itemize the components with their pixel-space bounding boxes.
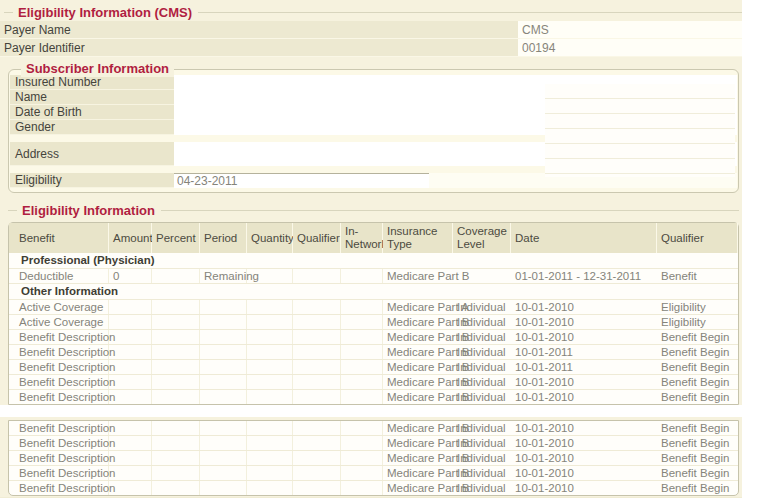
table-row: Benefit DescriptionMedicare Part BIndivi…: [9, 421, 738, 435]
payer-section: Eligibility Information (CMS) Payer Name…: [0, 0, 742, 57]
table-cell: [152, 330, 200, 344]
column-header: Qualifier: [657, 223, 738, 253]
table-cell: Benefit Begin: [657, 436, 738, 450]
table-cell: [200, 390, 247, 404]
table-cell: Medicare Part B: [383, 360, 453, 374]
column-header: Quantity: [247, 223, 293, 253]
table-cell: [247, 345, 293, 359]
subscriber-section-title: Subscriber Information: [21, 61, 174, 77]
table-group-header: Other Information: [9, 284, 738, 299]
table-cell: Benefit Begin: [657, 390, 738, 404]
table-cell: [152, 436, 200, 450]
table-cell: 10-01-2010: [511, 421, 657, 435]
table-cell: Benefit Description: [9, 451, 109, 465]
table-cell: 0: [109, 269, 152, 283]
table-cell: [341, 390, 383, 404]
payer-row-label: Payer Name: [0, 21, 518, 38]
table-cell: [341, 300, 383, 314]
table-cell: Individual: [453, 451, 511, 465]
column-header: Period: [200, 223, 247, 253]
table-cell: [247, 375, 293, 389]
eligibility-page: Eligibility Information (CMS) Payer Name…: [0, 0, 742, 498]
table-cell: [341, 451, 383, 465]
table-cell: [152, 375, 200, 389]
table-cell: [152, 269, 200, 283]
table-cell: Individual: [453, 360, 511, 374]
table-cell: [200, 360, 247, 374]
table-cell: Benefit Description: [9, 390, 109, 404]
table-cell: Benefit Description: [9, 481, 109, 495]
table-cell: 10-01-2011: [511, 345, 657, 359]
table-cell: Medicare Part B: [383, 436, 453, 450]
payer-row-value: 00194: [518, 39, 742, 56]
table-cell: Active Coverage: [9, 300, 109, 314]
column-header: Coverage Level: [453, 223, 511, 253]
table-cell: [247, 436, 293, 450]
table-cell: 10-01-2010: [511, 466, 657, 480]
table-cell: [293, 390, 341, 404]
subscriber-section: Subscriber Information Insured NumberNam…: [8, 69, 739, 193]
table-cell: Individual: [453, 315, 511, 329]
table-cell: [152, 421, 200, 435]
table-cell: Remaining: [200, 269, 247, 283]
table-cell: Individual: [453, 330, 511, 344]
table-cell: 01-01-2011 - 12-31-2011: [511, 269, 657, 283]
column-header: Amount: [109, 223, 152, 253]
table-cell: [200, 330, 247, 344]
table-cell: [152, 481, 200, 495]
table-cell: [293, 345, 341, 359]
table-cell: Medicare Part B: [383, 481, 453, 495]
column-header: Benefit: [9, 223, 109, 253]
table-cell: 10-01-2010: [511, 436, 657, 450]
table-cell: [247, 269, 293, 283]
column-header: Insurance Type: [383, 223, 453, 253]
table-cell: [293, 300, 341, 314]
payer-row: Payer NameCMS: [0, 21, 742, 39]
table-cell: Individual: [453, 300, 511, 314]
table-cell: [247, 390, 293, 404]
table-cell: Benefit Description: [9, 360, 109, 374]
column-header: Qualifier: [293, 223, 341, 253]
column-header: Date: [511, 223, 657, 253]
table-cell: Benefit Begin: [657, 481, 738, 495]
table-cell: [109, 466, 152, 480]
table-cell: Benefit Begin: [657, 466, 738, 480]
table-cell: [200, 421, 247, 435]
table-cell: Benefit Description: [9, 345, 109, 359]
table-cell: [247, 481, 293, 495]
table-cell: Individual: [453, 481, 511, 495]
table-cell: Medicare Part B: [383, 421, 453, 435]
column-header: Percent: [152, 223, 200, 253]
table-cell: [200, 466, 247, 480]
table-cell: [293, 421, 341, 435]
table-cell: [247, 300, 293, 314]
table-cell: Individual: [453, 436, 511, 450]
table-cell: [293, 269, 341, 283]
table-cell: Medicare Part B: [383, 451, 453, 465]
table-group-header: Professional (Physician): [9, 253, 738, 268]
table-row: Benefit DescriptionMedicare Part BIndivi…: [9, 435, 738, 450]
table-cell: Medicare Part B: [383, 345, 453, 359]
table-cell: [293, 360, 341, 374]
table-cell: [247, 315, 293, 329]
table-cell: [341, 466, 383, 480]
table-cell: Medicare Part B: [383, 315, 453, 329]
table-cell: Medicare Part B: [383, 330, 453, 344]
table-cell: [109, 300, 152, 314]
payer-section-title-row: Eligibility Information (CMS): [0, 3, 742, 21]
table-cell: Benefit Description: [9, 436, 109, 450]
table-row: Benefit DescriptionMedicare Part BIndivi…: [9, 450, 738, 465]
table-cell: [109, 315, 152, 329]
table-cell: 10-01-2011: [511, 360, 657, 374]
payer-row: Payer Identifier00194: [0, 39, 742, 57]
payer-row-label: Payer Identifier: [0, 39, 518, 56]
table-cell: 10-01-2010: [511, 300, 657, 314]
table-row: Benefit DescriptionMedicare Part BIndivi…: [9, 374, 738, 389]
table-cell: Individual: [453, 375, 511, 389]
subscriber-row-label: Date of Birth: [10, 105, 174, 120]
table-cell: [109, 436, 152, 450]
table-cell: Individual: [453, 390, 511, 404]
table-cell: [200, 451, 247, 465]
payer-row-value: CMS: [518, 21, 742, 38]
table-cell: [109, 451, 152, 465]
